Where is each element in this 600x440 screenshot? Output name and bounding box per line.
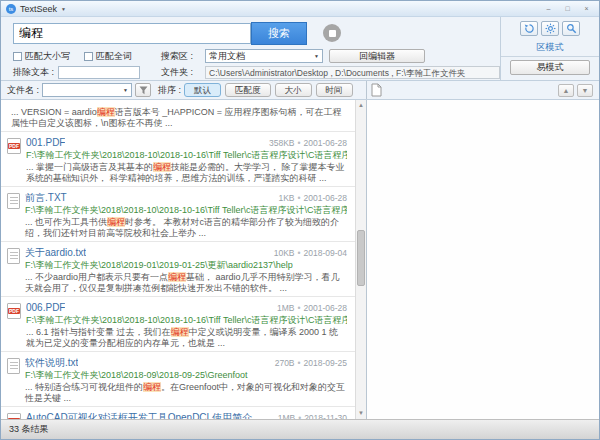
file-size: 270B [275,358,295,368]
easy-mode-button[interactable]: 易模式 [510,60,590,75]
highlight-term: 编程 [107,217,125,227]
file-name[interactable]: AutoCAD可视化对话框开发工具OpenDCL使用简介_兰度.pdf [26,412,270,419]
sort-label: 排序 : [158,84,181,97]
file-type-icon: PDF [7,138,21,154]
scope-chevron-down-icon: ▼ [314,53,319,59]
gear-icon [545,23,556,34]
file-size: 1KB [278,193,294,203]
file-meta: 270B•2018-09-25 [267,358,347,368]
exclude-group: 排除文本 : [13,66,161,79]
funnel-icon [139,86,148,95]
match-word-checkbox[interactable] [84,52,93,61]
file-date: 2018-09-25 [304,358,347,368]
advanced-search-button[interactable] [562,21,580,36]
file-meta: 358KB•2001-06-28 [261,138,347,148]
file-size: 1MB [277,303,294,313]
file-type-icon: PDF [7,303,21,319]
scroll-up-icon[interactable]: ▲ [358,100,364,111]
file-type-icon [7,248,20,264]
meta-bullet: • [298,358,301,368]
file-name[interactable]: 关于aardio.txt [25,247,86,258]
filename-chevron-down-icon: ▼ [123,87,128,93]
folder-path-field[interactable]: C:\Users\Administrator\Desktop , D:\Docu… [205,66,500,79]
settings-button[interactable] [541,21,559,36]
sort-button[interactable]: 大小 [275,83,312,97]
maximize-button[interactable]: □ [560,3,575,14]
file-meta: 10KB•2018-09-04 [266,248,347,258]
export-document-button[interactable] [369,82,384,98]
exclude-input[interactable] [58,66,140,79]
file-size: 10KB [274,248,295,258]
result-item[interactable]: 软件说明.txt 270B•2018-09-25 F:\李翰工作文件夹\2018… [1,352,355,407]
search-button[interactable]: 搜索 [251,22,307,45]
previous-match-button[interactable]: ▲ [558,84,574,97]
scroll-down-icon[interactable]: ▼ [358,408,364,419]
search-row: 搜索 [13,20,500,46]
options-row-2: 排除文本 : 文件夹 : C:\Users\Administrator\Desk… [13,64,500,80]
snippet: ... 不少aardio用户都表示只要有一点编程基础， aardio几乎不用特别… [25,272,347,293]
file-name[interactable]: 006.PDF [26,302,65,313]
scrollbar-thumb[interactable] [357,230,365,286]
mode-link[interactable]: 区模式 [537,41,564,54]
minimize-button[interactable]: – [541,3,556,14]
filename-label: 文件名 : [7,84,39,97]
match-case-checkbox[interactable] [13,52,22,61]
sort-buttons: 默认匹配度大小时间 [184,83,353,97]
sort-button[interactable]: 时间 [316,83,353,97]
file-name[interactable]: 软件说明.txt [25,357,78,368]
options-row-1: 匹配大小写 匹配全词 搜索区 : 常用文档 ▼ 回编辑器 [13,48,500,64]
file-date: 2001-06-28 [304,303,347,313]
file-date: 2001-06-28 [304,193,347,203]
result-item[interactable]: ... VERSION = aardio编程语言版本号 _HAPPICON = … [1,100,355,132]
result-item[interactable]: PDF AutoCAD可视化对话框开发工具OpenDCL使用简介_兰度.pdf … [1,407,355,419]
results-scrollbar[interactable]: ▲ ▼ [355,100,366,419]
filter-button[interactable] [135,83,151,97]
result-item[interactable]: PDF 006.PDF 1MB•2001-06-28 F:\李翰工作文件夹\20… [1,297,355,352]
match-nav-buttons: ▲ ▼ [558,84,593,97]
search-header: 搜索 匹配大小写 匹配全词 搜索区 : 常 [1,17,599,81]
exclude-label: 排除文本 : [13,66,54,79]
result-item[interactable]: 前言.TXT 1KB•2001-06-28 F:\李翰工作文件夹\2018\20… [1,187,355,242]
search-options: 匹配大小写 匹配全词 搜索区 : 常用文档 ▼ 回编辑器 排除文本 : [13,48,500,80]
preview-toolbar: ▲ ▼ [367,81,599,99]
file-meta: 1MB•2001-06-28 [269,303,347,313]
match-word-option[interactable]: 匹配全词 [84,50,132,63]
file-type-icon [7,358,20,374]
results-toolbar: 文件名 : ▼ 排序 : 默认匹配度大小时间 ▲ ▼ [1,81,599,100]
match-word-label: 匹配全词 [96,50,132,63]
result-item[interactable]: PDF 001.PDF 358KB•2001-06-28 F:\李翰工作文件夹\… [1,132,355,187]
meta-bullet: • [298,248,301,258]
app-menu-chevron-down-icon[interactable]: ▼ [61,6,66,12]
back-to-editor-button[interactable]: 回编辑器 [329,49,425,63]
snippet: ... VERSION = aardio编程语言版本号 _HAPPICON = … [11,107,347,128]
meta-bullet: • [298,193,301,203]
titlebar: ts TextSeek ▼ – □ × [1,1,599,17]
file-date: 2018-09-04 [304,248,347,258]
snippet: ... 特别适合练习可视化组件的编程。在Greenfoot中，对象的可视化和对象… [25,382,347,403]
magnifier-icon [566,23,577,34]
sort-button[interactable]: 匹配度 [225,83,271,97]
mode-panel: 区模式 易模式 [500,17,599,80]
refresh-button[interactable] [520,21,538,36]
highlight-term: 编程 [153,162,171,172]
file-meta: 1KB•2001-06-28 [270,193,347,203]
folder-label: 文件夹 : [161,66,205,79]
preview-pane [367,100,599,419]
document-icon [371,83,382,97]
file-name[interactable]: 001.PDF [26,137,65,148]
file-path: F:\李翰工作文件夹\2018\2018-10\2018-10-16\Tiff … [26,315,347,325]
app-title[interactable]: TextSeek [20,4,57,14]
file-name[interactable]: 前言.TXT [25,192,67,203]
match-case-option[interactable]: 匹配大小写 [13,50,70,63]
stop-button[interactable] [323,24,341,42]
close-button[interactable]: × [579,3,594,14]
result-item[interactable]: 关于aardio.txt 10KB•2018-09-04 F:\李翰工作文件夹\… [1,242,355,297]
search-input[interactable] [13,23,251,44]
sort-button[interactable]: 默认 [184,83,221,97]
filename-filter-combo[interactable]: ▼ [42,83,132,97]
scope-value: 常用文档 [209,50,245,63]
next-match-button[interactable]: ▼ [577,84,593,97]
refresh-icon [524,23,535,34]
scope-select[interactable]: 常用文档 ▼ [205,49,323,63]
scrollbar-track[interactable] [356,111,366,408]
